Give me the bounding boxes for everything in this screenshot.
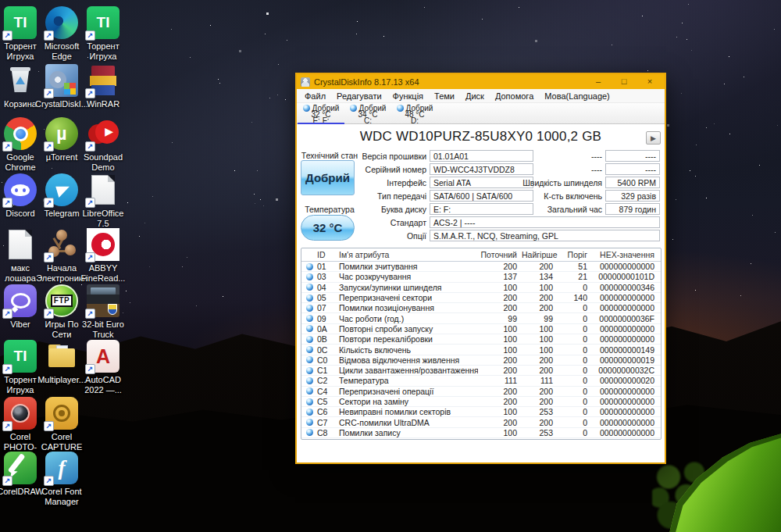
desktop-icon-winrar[interactable]: ↗WinRAR [82, 64, 124, 109]
attr-name: Помилки запису [337, 428, 478, 437]
shortcut-arrow-icon: ↗ [44, 252, 54, 262]
smart-row-05[interactable]: 05Перепризначені сектори2002001400000000… [301, 293, 661, 303]
attr-status [301, 398, 317, 405]
smart-row-C0[interactable]: C0Відмова відключення живлення2002000000… [301, 355, 661, 366]
desktop-icon-crystaldiskinfo[interactable]: ↗CrystalDiskI... [41, 64, 83, 109]
desktop-icon-autocad-2022[interactable]: A↗AutoCAD 2022 —... [82, 340, 124, 395]
desktop-icon-viber[interactable]: ↗Viber [0, 284, 41, 330]
smart-row-C8[interactable]: C8Помилки запису1002530000000000000 [301, 428, 661, 438]
desktop-icon-torrent-igruha-3[interactable]: TI↗Торрент Игруха [0, 340, 41, 395]
smart-row-C7[interactable]: C7CRC-помилки UltraDMA200200000000000000… [301, 417, 661, 427]
status-dot-icon [306, 325, 313, 332]
drive-tab-ef[interactable]: Добрий32 °CE: F: [298, 103, 344, 123]
attr-id: C4 [317, 387, 337, 396]
status-dot-icon [306, 284, 313, 291]
desktop-icon-soundpad-demo[interactable]: ▶↗Soundpad Demo [82, 117, 124, 172]
desktop-icon-libreoffice[interactable]: ↗LibreOffice 7.5 [82, 173, 124, 228]
attr-current: 200 [478, 303, 522, 312]
close-button-icon[interactable]: × [645, 74, 654, 89]
attr-threshold: 0 [558, 418, 592, 427]
smart-row-C1[interactable]: C1Цикли завантаження/розвантаження200200… [301, 366, 661, 376]
attr-worst: 111 [522, 376, 558, 385]
menu-language[interactable]: Мова(Language) [539, 91, 615, 101]
field-value: 879 годин [605, 203, 660, 215]
desktop-icon-utorrent[interactable]: µ↗µTorrent [41, 117, 83, 162]
desktop-icon-label: ABBYY FineRead... [81, 263, 126, 283]
smart-row-0B[interactable]: 0BПовтори перекалібровки1001000000000000… [301, 334, 661, 345]
desktop-icon-telegram[interactable]: ↗Telegram [41, 173, 83, 219]
attr-hex: 000000000000 [592, 418, 661, 427]
desktop-icon-coreldraw[interactable]: ↗CorelDRAW [0, 452, 41, 497]
attr-status [301, 387, 317, 395]
desktop-icon-torrent-igruha-1[interactable]: TI↗Торрент Игруха [0, 6, 41, 61]
desktop-icon-google-chrome[interactable]: ↗Google Chrome [0, 117, 41, 172]
attr-id: C7 [317, 418, 337, 427]
attr-threshold: 0 [558, 397, 592, 406]
drive-tab-strip: Добрий32 °CE: F:Добрий34 °CC:Добрий48 °C… [297, 103, 665, 124]
minimize-button-icon[interactable]: – [594, 74, 603, 89]
attr-hex: 00000000101D [592, 272, 661, 281]
desktop-icon-label: Торрент Игруха [87, 41, 119, 61]
desktop-icon-nachala-elektroniki[interactable]: ↗Начала Электроники [41, 228, 83, 283]
status-dot-icon [306, 409, 313, 416]
menu-edit[interactable]: Редагувати [331, 91, 387, 101]
desktop-icon-microsoft-edge[interactable]: ↗Microsoft Edge [41, 6, 83, 61]
smart-row-C4[interactable]: C4Перепризначені операції200200000000000… [301, 387, 661, 397]
desktop-icon-label: µTorrent [46, 152, 78, 162]
multiplayer-folder-icon [45, 340, 78, 373]
menu-function[interactable]: Функція [387, 91, 429, 101]
attr-worst: 200 [522, 366, 558, 375]
shortcut-arrow-icon: ↗ [85, 198, 95, 208]
attr-name: Повтори перекалібровки [337, 334, 478, 344]
next-drive-button[interactable]: ▶ [646, 131, 661, 145]
maximize-button-icon[interactable]: □ [619, 74, 629, 89]
desktop-icon-torrent-igruha-2[interactable]: TI↗Торрент Игруха [82, 6, 124, 61]
attr-threshold: 0 [558, 314, 592, 323]
id-column-header: ID [317, 250, 337, 259]
attr-threshold: 0 [558, 387, 592, 396]
attr-current: 200 [478, 366, 522, 375]
drive-tab-c[interactable]: Добрий34 °CC: [344, 103, 391, 123]
smart-row-03[interactable]: 03Час розкручування1371342100000000101D [301, 272, 661, 282]
desktop-icon-corel-capture[interactable]: ↗Corel CAPTURE [41, 397, 83, 452]
smart-row-C6[interactable]: C6Невиправні помилки секторів10025300000… [301, 407, 661, 417]
smart-row-09[interactable]: 09Час роботи (год.)9999000000000036F [301, 313, 661, 323]
maks-loshara-doc-icon [9, 230, 32, 259]
desktop-icon-igry-po-seti-ftp[interactable]: FTP↗Игры По Сети [41, 284, 83, 339]
desktop-icon-discord[interactable]: ↗Discord [0, 173, 41, 219]
desktop-icon-corel-font-manager[interactable]: f↗Corel Font Manager [41, 452, 83, 506]
smart-row-0A[interactable]: 0AПовторні спроби запуску100100000000000… [301, 324, 661, 334]
field-row: -------- [297, 150, 665, 162]
smart-row-01[interactable]: 01Помилки зчитування20020051000000000000 [301, 262, 661, 272]
attr-current: 200 [478, 355, 522, 365]
menu-help[interactable]: Допомога [490, 91, 539, 101]
attr-current: 200 [478, 418, 522, 427]
status-dot-icon [306, 377, 313, 384]
status-dot-icon [306, 263, 313, 270]
attr-id: C5 [317, 397, 337, 406]
shortcut-arrow-icon: ↗ [85, 30, 95, 41]
attr-current: 200 [478, 397, 522, 406]
attr-worst: 200 [522, 303, 558, 312]
window-title: CrystalDiskInfo 8.17.13 x64 [314, 77, 419, 87]
attr-hex: 000000000000 [592, 397, 661, 406]
attr-id: 0B [317, 334, 337, 344]
smart-row-C2[interactable]: C2Температура1111110000000000020 [301, 376, 661, 386]
drive-tab-d[interactable]: Добрий48 °CD: [391, 103, 438, 123]
menu-themes[interactable]: Теми [429, 91, 460, 101]
attr-hex: 000000000020 [592, 376, 661, 385]
desktop-icon-abbyy-finereader[interactable]: ↗ABBYY FineRead... [82, 228, 124, 283]
attr-threshold: 0 [558, 376, 592, 385]
menu-file[interactable]: Файл [299, 91, 331, 101]
menu-disk[interactable]: Диск [460, 91, 490, 101]
current-column-header: Поточний [478, 250, 522, 259]
attr-current: 99 [478, 314, 522, 323]
smart-row-07[interactable]: 07Помилки позиціонування2002000000000000… [301, 303, 661, 313]
desktop-icon-multiplayer-folder[interactable]: Multiplayer... [41, 340, 83, 385]
smart-row-04[interactable]: 04Запуски/зупинки шпинделя10010000000000… [301, 283, 661, 293]
shortcut-arrow-icon: ↗ [2, 141, 12, 152]
smart-row-0C[interactable]: 0CКількість включень1001000000000000149 [301, 345, 661, 355]
smart-row-C5[interactable]: C5Сектори на заміну2002000000000000000 [301, 397, 661, 407]
attr-status [301, 273, 317, 280]
attr-status [301, 377, 317, 384]
